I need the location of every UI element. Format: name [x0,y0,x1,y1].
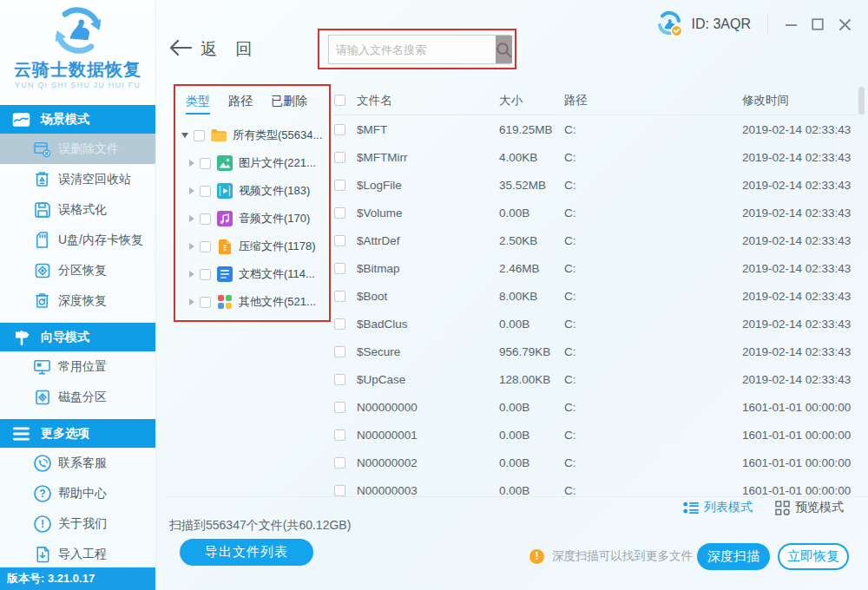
close-button[interactable] [835,15,854,34]
checkbox[interactable] [334,402,345,413]
table-row[interactable]: $Volume 0.00B C: 2019-02-14 02:33:43 [334,199,856,226]
list-mode-toggle[interactable]: 列表模式 [683,500,753,515]
checkbox[interactable] [194,130,205,141]
back-button[interactable]: 返 回 [169,38,259,61]
logo-main-icon [52,4,104,56]
cell-size: 35.52MB [499,179,564,192]
warning-icon: ! [529,549,544,564]
table-row[interactable]: N00000000 0.00B C: 1601-01-01 00:00:00 [334,393,856,421]
expander-icon[interactable] [189,243,194,250]
checkbox[interactable] [334,152,345,163]
table-row[interactable]: $AttrDef 2.50KB C: 2019-02-14 02:33:43 [334,226,856,254]
cell-time: 2019-02-14 02:33:43 [742,373,856,386]
svg-text:!: ! [41,518,44,530]
maximize-button[interactable] [808,15,827,34]
checkbox[interactable] [334,180,345,191]
sidebar-item[interactable]: 误删除文件 [0,134,155,164]
cell-time: 1601-01-01 00:00:00 [742,401,856,414]
recover-now-button[interactable]: 立即恢复 [778,543,849,570]
checkbox[interactable] [334,485,345,496]
sidebar-item[interactable]: 误清空回收站 [0,164,155,194]
sidebar-item[interactable]: 导入工程 [0,539,155,569]
table-row[interactable]: $UpCase 128.00KB C: 2019-02-14 02:33:43 [334,365,856,393]
checkbox[interactable] [334,207,345,219]
select-all-checkbox[interactable] [334,95,345,106]
checkbox[interactable] [200,186,211,197]
table-row[interactable]: $BadClus 0.00B C: 2019-02-14 02:33:43 [334,310,856,338]
tree-tab[interactable]: 类型 [186,94,210,115]
checkbox[interactable] [334,318,345,330]
checkbox[interactable] [200,241,211,252]
sidebar-item-label: 误清空回收站 [58,172,131,187]
sidebar-item-label: 联系客服 [58,456,107,471]
cell-time: 1601-01-01 00:00:00 [742,429,856,442]
expander-icon[interactable] [181,133,188,138]
tree-item-label: 文档文件(114... [239,266,315,282]
sidebar-item[interactable]: U盘/内存卡恢复 [0,225,155,255]
table-row[interactable]: $LogFile 35.52MB C: 2019-02-14 02:33:43 [334,171,856,199]
tree-item[interactable]: 压缩文件(1178) [175,233,329,260]
checkbox[interactable] [334,346,345,357]
preview-mode-toggle[interactable]: 预览模式 [775,500,844,515]
cell-name: $Volume [357,206,499,220]
cell-time: 2019-02-14 02:33:43 [742,123,856,136]
sidebar-item[interactable]: ? 帮助中心 [0,478,155,508]
list-mode-icon [683,502,699,515]
search-input[interactable] [329,36,496,63]
expander-icon[interactable] [189,160,194,167]
checkbox[interactable] [200,158,211,169]
sidebar-item[interactable]: 更多选项 [0,419,155,448]
diskpart-icon [32,387,52,407]
deep-scan-hint-label: 深度扫描可以找到更多文件 [552,548,693,564]
sidebar-item[interactable]: 磁盘分区 [0,382,155,412]
tree-item[interactable]: 其他文件(521... [175,288,329,316]
checkbox[interactable] [334,235,345,246]
checkbox[interactable] [334,263,345,274]
tree-item[interactable]: 视频文件(183) [175,177,329,205]
minimize-button[interactable] [781,15,800,34]
expander-icon[interactable] [189,215,194,222]
checkbox[interactable] [334,124,345,135]
about-icon: ! [32,514,52,534]
table-row[interactable]: N00000002 0.00B C: 1601-01-01 00:00:00 [334,449,856,476]
checkbox[interactable] [334,457,345,469]
table-row[interactable]: $MFT 619.25MB C: 2019-02-14 02:33:43 [334,115,856,143]
cell-time: 2019-02-14 02:33:43 [742,234,856,247]
tree-item[interactable]: 图片文件(221... [175,149,329,177]
checkbox[interactable] [200,297,211,308]
table-row[interactable]: $Bitmap 2.46MB C: 2019-02-14 02:33:43 [334,254,856,282]
maximize-icon [812,18,824,30]
sidebar-item[interactable]: 联系客服 [0,448,155,478]
tree-tab[interactable]: 路径 [228,94,253,115]
table-row[interactable]: $Boot 8.00KB C: 2019-02-14 02:33:43 [334,282,856,310]
checkbox[interactable] [334,374,345,385]
tree-tab[interactable]: 已删除 [271,94,307,115]
sidebar-item[interactable]: 常用位置 [0,351,155,382]
table-row[interactable]: N00000001 0.00B C: 1601-01-01 00:00:00 [334,421,856,449]
checkbox[interactable] [200,213,211,225]
checkbox[interactable] [200,269,211,280]
table-row[interactable]: $Secure 956.79KB C: 2019-02-14 02:33:43 [334,338,856,365]
tree-item[interactable]: 所有类型(55634... [175,121,329,149]
tree-item[interactable]: 文档文件(114... [175,260,329,288]
other-icon [216,294,233,311]
sidebar-item[interactable]: ! 关于我们 [0,508,155,539]
sidebar-item[interactable]: 分区恢复 [0,255,155,285]
cell-size: 2.50KB [499,234,564,247]
deep-scan-button[interactable]: 深度扫描 [697,543,770,570]
checkbox[interactable] [334,429,345,441]
expander-icon[interactable] [189,271,194,278]
expander-icon[interactable] [189,187,194,194]
sidebar-item[interactable]: 深度恢复 [0,285,155,316]
table-row[interactable]: N00000003 0.00B C: 1601-01-01 00:00:00 [334,476,856,496]
sidebar-item[interactable]: 场景模式 [0,105,155,134]
expander-icon[interactable] [189,298,194,305]
sidebar-item[interactable]: 误格式化 [0,194,155,225]
scrollbar[interactable] [858,87,865,115]
export-file-list-button[interactable]: 导出文件列表 [180,539,313,566]
search-button[interactable] [496,36,512,63]
checkbox[interactable] [334,291,345,302]
table-row[interactable]: $MFTMirr 4.00KB C: 2019-02-14 02:33:43 [334,143,856,171]
sidebar-item[interactable]: 向导模式 [0,323,155,351]
tree-item[interactable]: 音频文件(170) [175,205,329,233]
